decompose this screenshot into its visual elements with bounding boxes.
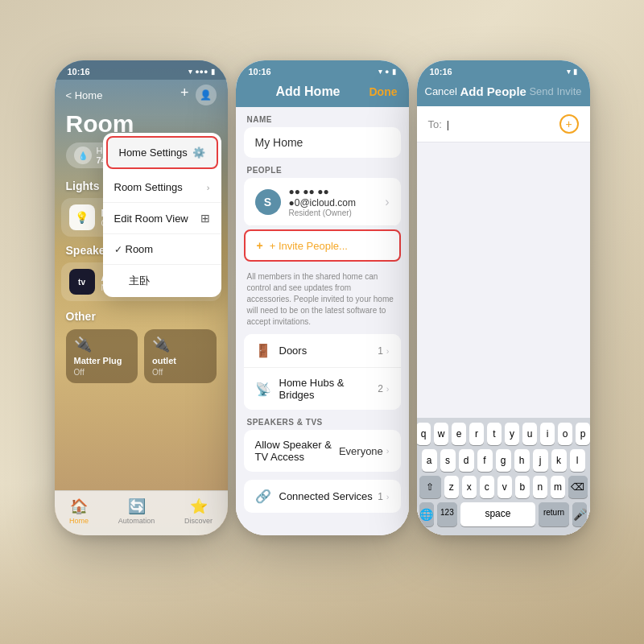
edit-room-item[interactable]: Edit Room View ⊞ bbox=[103, 203, 221, 234]
profile-icon[interactable]: 👤 bbox=[196, 85, 217, 105]
key-l[interactable]: l bbox=[570, 449, 585, 472]
phone3-status-bar: 10:16 ▾ ▮ bbox=[417, 60, 590, 80]
key-e[interactable]: e bbox=[452, 423, 466, 445]
key-k[interactable]: k bbox=[551, 449, 567, 472]
plug1-card[interactable]: 🔌 Matter Plug Off bbox=[66, 329, 138, 383]
add-recipient-button[interactable]: + bbox=[559, 114, 579, 134]
key-x[interactable]: x bbox=[462, 476, 477, 498]
connected-services-row[interactable]: 🔗 Connected Services 1 › bbox=[244, 480, 401, 513]
keyboard-row-4: 🌐 123 space return 🎤 bbox=[419, 502, 588, 526]
phones-container: 10:16 ▾ ●●● ▮ < Home + 👤 Room 💧 bbox=[0, 60, 644, 535]
key-u[interactable]: u bbox=[522, 423, 537, 445]
home-settings-item[interactable]: Home Settings ⚙️ bbox=[106, 136, 218, 169]
delete-key[interactable]: ⌫ bbox=[568, 476, 587, 498]
key-b[interactable]: b bbox=[515, 476, 530, 498]
phone3-status-icons: ▾ ▮ bbox=[567, 67, 577, 76]
phone3-nav: Cancel Add People Send Invite bbox=[417, 80, 590, 106]
key-h[interactable]: h bbox=[514, 449, 530, 472]
phone3-nav-title: Add People bbox=[460, 85, 526, 98]
battery-icon2: ▮ bbox=[392, 68, 396, 76]
phone3-time: 10:16 bbox=[430, 67, 452, 76]
doors-label: Doors bbox=[279, 345, 308, 357]
dropdown-menu: Home Settings ⚙️ Room Settings › Edit Ro… bbox=[103, 133, 221, 297]
key-y[interactable]: y bbox=[505, 423, 519, 445]
key-p[interactable]: p bbox=[576, 423, 590, 445]
key-f[interactable]: f bbox=[477, 449, 493, 472]
to-cursor: | bbox=[447, 118, 449, 130]
key-r[interactable]: r bbox=[469, 423, 484, 445]
return-key[interactable]: return bbox=[539, 502, 568, 526]
hubs-row[interactable]: 📡 Home Hubs & Bridges 2 › bbox=[244, 368, 401, 410]
person-avatar: S bbox=[255, 189, 281, 215]
add-icon[interactable]: + bbox=[180, 85, 189, 105]
phone-2: 10:16 ▾ ● ▮ Add Home Done NAME PEO bbox=[236, 60, 409, 535]
phone1-status-bar: 10:16 ▾ ●●● ▮ bbox=[55, 60, 228, 80]
room-settings-item[interactable]: Room Settings › bbox=[103, 172, 221, 203]
phone-1: 10:16 ▾ ●●● ▮ < Home + 👤 Room 💧 bbox=[55, 60, 228, 535]
phone2-done-button[interactable]: Done bbox=[369, 85, 398, 98]
key-q[interactable]: q bbox=[417, 423, 431, 445]
key-s[interactable]: s bbox=[440, 449, 456, 472]
doors-chevron: › bbox=[386, 346, 390, 356]
person-role: Resident (Owner) bbox=[289, 208, 378, 217]
mic-key[interactable]: 🎤 bbox=[572, 502, 588, 526]
check-icon: ✓ bbox=[114, 244, 122, 255]
bedroom-item[interactable]: 主卧 bbox=[103, 265, 221, 297]
shift-key[interactable]: ⇧ bbox=[419, 476, 441, 498]
invite-text: + Invite People... bbox=[270, 240, 348, 252]
battery-icon: ▮ bbox=[211, 68, 215, 76]
key-w[interactable]: w bbox=[434, 423, 448, 445]
invite-plus-icon: + bbox=[257, 239, 263, 252]
keyboard-row-1: q w e r t y u i o p bbox=[419, 423, 588, 445]
send-invite-button[interactable]: Send Invite bbox=[529, 85, 581, 97]
emoji-key[interactable]: 🌐 bbox=[419, 502, 435, 526]
hub-icon: 📡 bbox=[255, 382, 271, 397]
key-j[interactable]: j bbox=[533, 449, 548, 472]
key-i[interactable]: i bbox=[540, 423, 555, 445]
plug2-card[interactable]: 🔌 outlet Off bbox=[144, 329, 217, 383]
key-z[interactable]: z bbox=[444, 476, 459, 498]
wifi-icon2: ▾ bbox=[378, 68, 382, 76]
cancel-button[interactable]: Cancel bbox=[425, 85, 457, 97]
wifi-icon3: ▾ bbox=[567, 68, 571, 76]
key-t[interactable]: t bbox=[487, 423, 502, 445]
connected-services-card: 🔗 Connected Services 1 › bbox=[244, 480, 401, 513]
connected-label: Connected Services bbox=[279, 490, 373, 502]
phone1-nav: < Home + 👤 bbox=[55, 80, 228, 109]
speakers-card: Allow Speaker & TV Access Everyone › bbox=[244, 430, 401, 472]
invite-row[interactable]: + + Invite People... bbox=[244, 229, 401, 262]
keyboard-row-2: a s d f g h j k l bbox=[419, 449, 588, 472]
battery-icon3: ▮ bbox=[573, 68, 577, 76]
doors-row[interactable]: 🚪 Doors 1 › bbox=[244, 334, 401, 368]
door-icon: 🚪 bbox=[255, 343, 271, 358]
people-card: S ●● ●● ●● ●0@icloud.com Resident (Owner… bbox=[244, 178, 401, 226]
phone2-nav-title: Add Home bbox=[276, 85, 341, 99]
signal-icon2: ● bbox=[385, 68, 389, 76]
back-button[interactable]: < Home bbox=[66, 89, 103, 101]
key-a[interactable]: a bbox=[422, 449, 437, 472]
person-chevron: › bbox=[385, 195, 389, 209]
speaker-access-row[interactable]: Allow Speaker & TV Access Everyone › bbox=[244, 430, 401, 472]
hubs-chevron: › bbox=[386, 384, 390, 394]
home-name-input[interactable] bbox=[244, 127, 401, 158]
room-check-item[interactable]: ✓ Room bbox=[103, 234, 221, 265]
phone1-time: 10:16 bbox=[68, 67, 90, 76]
key-m[interactable]: m bbox=[551, 476, 565, 498]
speaker-access-value: Everyone bbox=[339, 445, 383, 457]
plug1-status: Off bbox=[74, 368, 130, 377]
name-card bbox=[244, 127, 401, 158]
other-section-label: Other bbox=[66, 307, 217, 326]
key-d[interactable]: d bbox=[459, 449, 474, 472]
key-c[interactable]: c bbox=[480, 476, 494, 498]
space-key[interactable]: space bbox=[460, 502, 536, 526]
key-n[interactable]: n bbox=[533, 476, 547, 498]
key-v[interactable]: v bbox=[497, 476, 512, 498]
key-g[interactable]: g bbox=[496, 449, 511, 472]
person-row[interactable]: S ●● ●● ●● ●0@icloud.com Resident (Owner… bbox=[244, 178, 401, 226]
speaker-access-label: Allow Speaker & TV Access bbox=[255, 439, 339, 463]
numbers-key[interactable]: 123 bbox=[437, 502, 456, 526]
plug1-name: Matter Plug bbox=[74, 356, 130, 365]
to-field[interactable]: To: | + bbox=[417, 106, 590, 142]
light-icon: 💡 bbox=[69, 204, 95, 230]
key-o[interactable]: o bbox=[558, 423, 572, 445]
